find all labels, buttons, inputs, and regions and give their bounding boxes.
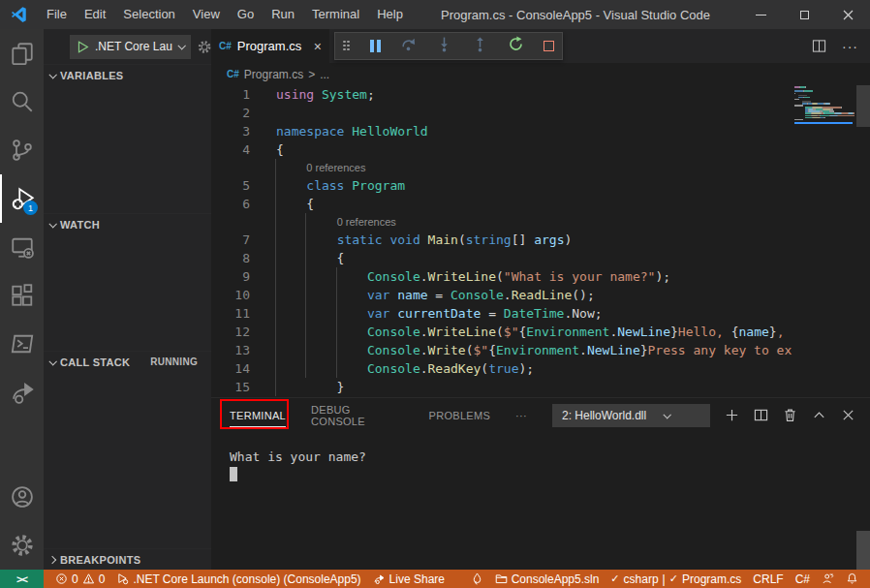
remote-indicator[interactable]: >< [0, 570, 44, 588]
section-call-stack[interactable]: CALL STACK RUNNING [44, 351, 211, 372]
line-number[interactable]: 12 [211, 323, 250, 341]
section-breakpoints[interactable]: BREAKPOINTS [44, 548, 211, 570]
close-button[interactable] [826, 0, 870, 29]
activity-source-control[interactable] [0, 126, 44, 174]
editor-scrollbar[interactable] [856, 85, 870, 127]
menu-terminal[interactable]: Terminal [303, 0, 368, 29]
activity-explorer[interactable] [0, 29, 44, 77]
panel-more-tabs[interactable]: ··· [515, 398, 527, 432]
editor-more-actions[interactable]: ··· [842, 39, 858, 54]
new-terminal-button[interactable] [725, 408, 739, 422]
tab-terminal[interactable]: TERMINAL [230, 398, 286, 432]
debug-target-status[interactable]: .NET Core Launch (console) (ConsoleApp5) [110, 573, 366, 586]
flame-status[interactable] [465, 573, 489, 585]
tab-program-cs[interactable]: C# Program.cs × [211, 29, 329, 63]
line-number[interactable]: 6 [211, 195, 250, 213]
code-editor[interactable]: 1using System;23namespace HelloWorld4{0 … [211, 85, 870, 397]
warning-icon [82, 573, 95, 585]
split-editor-icon[interactable] [812, 39, 826, 53]
code-line: 11 var currentDate = DateTime.Now; [211, 304, 792, 323]
line-number[interactable]: 8 [211, 249, 250, 267]
section-variables[interactable]: VARIABLES [44, 64, 211, 85]
minimize-button[interactable] [739, 0, 783, 29]
terminal-selector-value: 2: HelloWorld.dll [562, 409, 646, 422]
line-number[interactable]: 15 [211, 378, 250, 396]
solution-status[interactable]: ConsoleApp5.sln [489, 573, 606, 586]
line-number[interactable]: 9 [211, 267, 250, 286]
tab-close-icon[interactable]: × [314, 39, 322, 54]
terminal-selector[interactable]: 2: HelloWorld.dll [552, 404, 710, 427]
line-number[interactable]: 5 [211, 176, 250, 195]
notifications-status[interactable] [840, 573, 864, 585]
launch-gear-icon[interactable] [198, 40, 211, 54]
eol-status[interactable]: CRLF [747, 573, 789, 586]
step-out-button[interactable] [472, 36, 488, 56]
file-status-label: Program.cs [682, 573, 741, 586]
code-text: using System; [276, 85, 375, 104]
launch-config-dropdown[interactable]: .NET Core Lau [70, 35, 191, 59]
activity-live-share[interactable] [0, 368, 44, 417]
kill-terminal-button[interactable] [783, 408, 797, 422]
language-mode-status[interactable]: C# [790, 573, 816, 586]
close-panel-button[interactable] [841, 408, 855, 422]
live-share-status-icon [373, 573, 386, 585]
section-watch[interactable]: WATCH [44, 213, 211, 234]
line-number[interactable]: 4 [211, 140, 250, 159]
maximize-panel-button[interactable] [812, 408, 826, 422]
line-number[interactable]: 3 [211, 122, 250, 140]
status-separator: | [663, 573, 666, 586]
panel-scrollbar[interactable] [856, 531, 870, 570]
step-into-button[interactable] [436, 36, 452, 56]
menu-go[interactable]: Go [229, 0, 263, 29]
breadcrumb[interactable]: C# Program.cs > ... [211, 63, 870, 85]
tab-problems[interactable]: PROBLEMS [429, 398, 491, 432]
step-over-button[interactable] [400, 36, 417, 56]
breadcrumb-more[interactable]: ... [320, 68, 329, 81]
line-number[interactable]: 2 [211, 104, 250, 122]
activity-run-debug[interactable]: 1 [0, 174, 44, 223]
language-status[interactable]: ✓ csharp | ✓ Program.cs [605, 573, 747, 586]
code-line: 8 { [211, 249, 792, 267]
breadcrumb-file[interactable]: Program.cs [244, 68, 303, 81]
menu-selection[interactable]: Selection [114, 0, 183, 29]
activity-accounts[interactable] [0, 473, 44, 521]
activity-remote-explorer[interactable] [0, 223, 44, 271]
line-number[interactable]: 1 [211, 85, 250, 104]
line-number[interactable]: 7 [211, 231, 250, 249]
menu-view[interactable]: View [184, 0, 229, 29]
activity-extensions[interactable] [0, 271, 44, 320]
activity-search[interactable] [0, 77, 44, 126]
line-number[interactable]: 13 [211, 341, 250, 359]
menu-help[interactable]: Help [368, 0, 412, 29]
indent-guide [336, 267, 337, 378]
split-terminal-button[interactable] [754, 408, 768, 422]
code-text: static void Main(string[] args) [276, 231, 572, 249]
terminal-output[interactable]: What is your name? [211, 432, 870, 481]
line-number[interactable]: 14 [211, 359, 250, 378]
activity-bar: 1 [0, 29, 44, 570]
code-line: 10 var name = Console.ReadLine(); [211, 286, 792, 304]
maximize-button[interactable] [783, 0, 826, 29]
pause-button[interactable] [370, 40, 381, 52]
code-text: } [276, 378, 344, 396]
restart-button[interactable] [508, 36, 524, 56]
menu-file[interactable]: File [38, 0, 76, 29]
activity-terminal-powershell[interactable] [0, 320, 44, 368]
menu-run[interactable]: Run [263, 0, 303, 29]
line-number[interactable]: 10 [211, 286, 250, 304]
problems-status[interactable]: 0 0 [49, 573, 110, 586]
line-number[interactable]: 11 [211, 304, 250, 323]
codelens-references[interactable]: 0 references [337, 213, 396, 231]
stop-button[interactable] [544, 41, 554, 51]
activity-settings[interactable] [0, 521, 44, 570]
error-count: 0 [72, 573, 78, 586]
live-share-status[interactable]: Live Share [367, 573, 451, 586]
minimap[interactable] [792, 85, 856, 397]
error-icon [55, 573, 68, 585]
menu-edit[interactable]: Edit [76, 0, 114, 29]
code-line: 3namespace HelloWorld [211, 122, 792, 140]
feedback-status[interactable] [816, 573, 840, 585]
tab-debug-console[interactable]: DEBUG CONSOLE [311, 398, 404, 432]
toolbar-drag-handle[interactable] [343, 41, 351, 52]
codelens-references[interactable]: 0 references [306, 159, 365, 176]
